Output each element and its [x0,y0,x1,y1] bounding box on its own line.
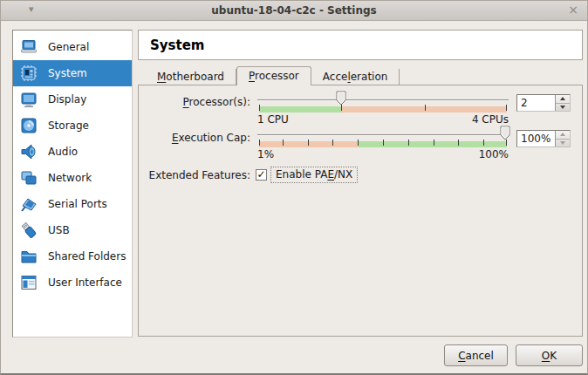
shared-folders-icon [19,247,38,266]
tick [358,140,359,146]
sidebar-item-display[interactable]: Display [13,86,132,112]
sidebar-item-label: User Interface [48,276,122,289]
tab-motherboard[interactable]: Motherboard [146,69,236,85]
tick [506,140,507,146]
spinbox-value[interactable]: 2 [517,95,555,111]
sidebar-item-audio[interactable]: Audio [13,139,132,165]
tick [483,140,484,146]
processors-label: Processor(s): [147,94,250,110]
serial-ports-icon [19,194,38,214]
sidebar-item-label: Serial Ports [48,198,107,210]
extended-features-label: Extended Features: [147,167,250,183]
audio-icon [19,142,38,161]
window-title: ubuntu-18-04-c2c - Settings [1,4,587,17]
tick [308,140,309,146]
sidebar-item-network[interactable]: Network [13,165,132,191]
spinbox-value[interactable]: 100% [517,131,555,147]
sidebar-item-usb[interactable]: USB [13,217,132,243]
sidebar-item-label: System [48,67,87,79]
sidebar-item-label: General [48,41,89,53]
tick [408,140,409,146]
spinbox-buttons [555,131,570,147]
tab-acceleration[interactable]: Acceleration [311,69,400,85]
tick [332,140,333,146]
tick [425,105,426,111]
sidebar-item-shared-folders[interactable]: Shared Folders [13,243,132,269]
spinbox-buttons [555,95,570,111]
sidebar-item-system[interactable]: System [13,60,132,86]
sidebar-item-label: Storage [48,119,89,132]
warning-zone [259,141,359,147]
sidebar-item-serial-ports[interactable]: Serial Ports [13,191,132,217]
tick [259,105,260,111]
page-title-text: System [150,38,204,53]
sidebar-item-label: USB [48,224,70,236]
tick [259,140,260,146]
slider-min-label: 1% [257,148,274,160]
system-tabs: Motherboard Processor Acceleration [138,66,583,85]
slider-min-label: 1 CPU [257,113,289,126]
processors-slider[interactable]: 1 CPU 4 CPUs [257,91,509,127]
sidebar-item-label: Display [48,93,86,106]
slider-max-label: 100% [479,148,509,160]
execution-cap-label: Execution Cap: [147,130,250,146]
network-icon [19,168,38,188]
slider-max-label: 4 CPUs [472,113,509,126]
processors-spinbox[interactable]: 2 [516,94,571,112]
tick [341,105,342,111]
slider-groove [257,99,509,101]
slider-groove [257,134,509,136]
tick [458,140,459,146]
sidebar-item-label: Network [48,172,92,184]
system-icon [19,64,38,83]
tab-processor[interactable]: Processor [236,66,311,85]
pae-nx-checkbox-label[interactable]: Enable PAE/NX [270,167,358,183]
spin-up-icon[interactable] [556,131,570,140]
tick [506,105,507,111]
cancel-button[interactable]: Cancel [444,344,508,366]
slider-zones [259,106,507,112]
execution-cap-spinbox[interactable]: 100% [516,130,571,147]
page-title: System [138,30,583,60]
spin-down-icon[interactable] [556,104,570,112]
pae-nx-checkbox[interactable]: ✓ [256,169,267,181]
slider-handle[interactable] [336,91,346,106]
ok-button[interactable]: OK [516,344,583,366]
sidebar-item-user-interface[interactable]: User Interface [13,269,132,296]
storage-icon [19,116,38,135]
usb-icon [19,221,38,240]
sidebar-item-general[interactable]: General [13,34,132,60]
sidebar-item-label: Shared Folders [48,250,126,262]
slider-handle[interactable] [500,126,510,140]
settings-dialog: ▾ ubuntu-18-04-c2c - Settings × General … [0,0,588,375]
window-menu-icon[interactable]: ▾ [29,3,34,15]
spin-up-icon[interactable] [556,95,570,104]
processor-tab-panel: Processor(s): 1 CPU 4 CPUs 2 [138,85,583,337]
green-zone [259,106,342,112]
sidebar-item-label: Audio [48,146,78,158]
titlebar: ▾ ubuntu-18-04-c2c - Settings × [1,1,587,21]
user-interface-icon [19,273,38,292]
tick [434,140,434,146]
spin-down-icon[interactable] [556,140,570,147]
display-icon [19,90,38,109]
general-icon [19,38,38,57]
close-icon[interactable]: × [568,3,578,17]
execution-cap-slider[interactable]: 1% 100% [257,126,509,162]
tick [383,140,384,146]
settings-category-list: General System Display [12,30,133,338]
tick [283,140,284,146]
sidebar-item-storage[interactable]: Storage [13,112,132,139]
